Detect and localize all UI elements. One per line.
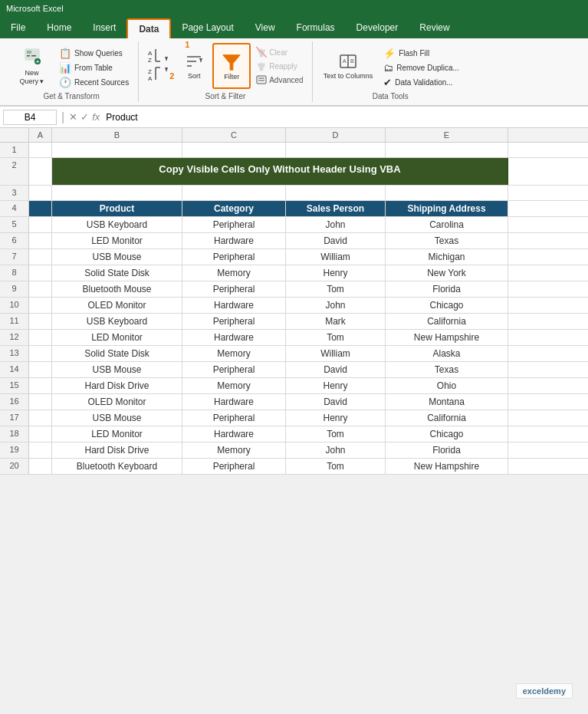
- cell-1c[interactable]: [182, 143, 286, 157]
- cell-16e[interactable]: Montana: [386, 394, 508, 410]
- cell-9a[interactable]: [29, 281, 52, 297]
- cell-8a[interactable]: [29, 265, 52, 281]
- cell-6b[interactable]: LED Monitor: [52, 233, 182, 248]
- recent-sources-button[interactable]: 🕐 Recent Sources: [56, 75, 132, 89]
- cell-5d[interactable]: John: [286, 217, 386, 232]
- cell-12a[interactable]: [29, 330, 52, 345]
- cell-4a[interactable]: [29, 201, 52, 216]
- cell-20a[interactable]: [29, 459, 52, 474]
- cell-19e[interactable]: Florida: [386, 443, 508, 458]
- cell-13a[interactable]: [29, 346, 52, 361]
- cell-10c[interactable]: Hardware: [182, 298, 286, 313]
- cell-14b[interactable]: USB Mouse: [52, 362, 182, 377]
- cell-11b[interactable]: USB Keyboard: [52, 314, 182, 329]
- cell-7c[interactable]: Peripheral: [182, 249, 286, 265]
- advanced-button[interactable]: Advanced: [254, 74, 305, 86]
- cell-16b[interactable]: OLED Monitor: [52, 394, 182, 410]
- cell-11a[interactable]: [29, 314, 52, 329]
- reapply-button[interactable]: Reapply: [254, 60, 305, 72]
- cell-5a[interactable]: [29, 217, 52, 232]
- cell-14a[interactable]: [29, 362, 52, 377]
- cell-6e[interactable]: Texas: [386, 233, 508, 248]
- cell-9e[interactable]: Florida: [386, 281, 508, 297]
- cell-8d[interactable]: Henry: [286, 265, 386, 281]
- cell-8b[interactable]: Solid State Disk: [52, 265, 182, 281]
- cell-4d[interactable]: Sales Person: [286, 201, 386, 216]
- cell-9b[interactable]: Bluetooth Mouse: [52, 281, 182, 297]
- cell-10b[interactable]: OLED Monitor: [52, 298, 182, 313]
- cell-10d[interactable]: John: [286, 298, 386, 313]
- cell-14c[interactable]: Peripheral: [182, 362, 286, 377]
- cell-1d[interactable]: [286, 143, 386, 157]
- cell-3a[interactable]: [29, 186, 52, 200]
- cell-19b[interactable]: Hard Disk Drive: [52, 443, 182, 458]
- tab-formulas[interactable]: Formulas: [286, 18, 346, 38]
- cell-18b[interactable]: LED Monitor: [52, 426, 182, 442]
- cell-20e[interactable]: New Hampshire: [386, 459, 508, 474]
- tab-developer[interactable]: Developer: [346, 18, 409, 38]
- cell-4e[interactable]: Shipping Address: [386, 201, 508, 216]
- sort-az-button[interactable]: A Z: [145, 48, 176, 65]
- cell-10a[interactable]: [29, 298, 52, 313]
- cell-17a[interactable]: [29, 410, 52, 426]
- cell-17c[interactable]: Peripheral: [182, 410, 286, 426]
- cell-17b[interactable]: USB Mouse: [52, 410, 182, 426]
- cell-7e[interactable]: Michigan: [386, 249, 508, 265]
- cell-3d[interactable]: [286, 186, 386, 200]
- filter-button[interactable]: Filter: [212, 43, 251, 89]
- tab-page-layout[interactable]: Page Layout: [171, 18, 244, 38]
- cell-8c[interactable]: Memory: [182, 265, 286, 281]
- cell-13e[interactable]: Alaska: [386, 346, 508, 361]
- cell-3e[interactable]: [386, 186, 508, 200]
- tab-data[interactable]: Data: [126, 18, 171, 38]
- cell-4c[interactable]: Category: [182, 201, 286, 216]
- cell-3c[interactable]: [182, 186, 286, 200]
- insert-function-icon[interactable]: fx: [92, 111, 100, 123]
- cell-4b[interactable]: Product: [52, 201, 182, 216]
- tab-insert[interactable]: Insert: [82, 18, 126, 38]
- title-cell[interactable]: Copy Visible Cells Only Without Header U…: [52, 158, 508, 185]
- data-validation-button[interactable]: ✔ Data Validation...: [380, 75, 462, 89]
- confirm-formula-icon[interactable]: ✓: [80, 111, 89, 123]
- cell-14e[interactable]: Texas: [386, 362, 508, 377]
- cell-reference-input[interactable]: [3, 110, 57, 125]
- sort-button[interactable]: Sort: [179, 43, 209, 89]
- cell-12b[interactable]: LED Monitor: [52, 330, 182, 345]
- new-query-button[interactable]: + NewQuery ▾: [11, 43, 53, 89]
- cell-16d[interactable]: David: [286, 394, 386, 410]
- cell-13b[interactable]: Solid State Disk: [52, 346, 182, 361]
- flash-fill-button[interactable]: ⚡ Flash Fill: [380, 46, 462, 60]
- tab-review[interactable]: Review: [409, 18, 460, 38]
- from-table-button[interactable]: 📊 From Table: [56, 61, 132, 74]
- tab-file[interactable]: File: [0, 18, 36, 38]
- cell-7a[interactable]: [29, 249, 52, 265]
- cell-1a[interactable]: [29, 143, 52, 157]
- cell-10e[interactable]: Chicago: [386, 298, 508, 313]
- cell-20d[interactable]: Tom: [286, 459, 386, 474]
- cell-12c[interactable]: Hardware: [182, 330, 286, 345]
- cell-15a[interactable]: [29, 378, 52, 393]
- cell-16a[interactable]: [29, 394, 52, 410]
- cell-11d[interactable]: Mark: [286, 314, 386, 329]
- cell-20c[interactable]: Peripheral: [182, 459, 286, 474]
- text-to-columns-button[interactable]: A B Text to Columns: [319, 43, 378, 89]
- cell-5e[interactable]: Carolina: [386, 217, 508, 232]
- cancel-formula-icon[interactable]: ✕: [69, 111, 77, 123]
- cell-19c[interactable]: Memory: [182, 443, 286, 458]
- cell-15d[interactable]: Henry: [286, 378, 386, 393]
- cell-9c[interactable]: Peripheral: [182, 281, 286, 297]
- cell-19d[interactable]: John: [286, 443, 386, 458]
- cell-8e[interactable]: New York: [386, 265, 508, 281]
- cell-18d[interactable]: Tom: [286, 426, 386, 442]
- cell-12e[interactable]: New Hampshire: [386, 330, 508, 345]
- cell-3b[interactable]: [52, 186, 182, 200]
- cell-9d[interactable]: Tom: [286, 281, 386, 297]
- cell-7b[interactable]: USB Mouse: [52, 249, 182, 265]
- cell-15e[interactable]: Ohio: [386, 378, 508, 393]
- cell-2a[interactable]: [29, 158, 52, 185]
- cell-6d[interactable]: David: [286, 233, 386, 248]
- tab-view[interactable]: View: [245, 18, 286, 38]
- cell-1e[interactable]: [386, 143, 508, 157]
- cell-7d[interactable]: William: [286, 249, 386, 265]
- cell-6c[interactable]: Hardware: [182, 233, 286, 248]
